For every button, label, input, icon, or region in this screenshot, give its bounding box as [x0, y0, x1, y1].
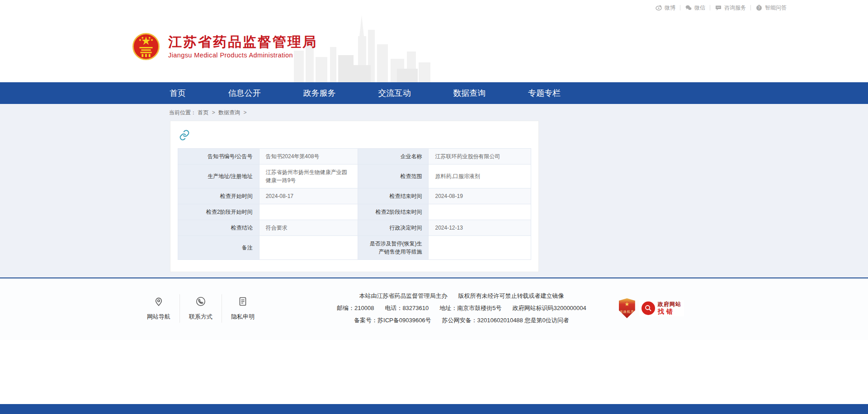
main-nav: 首页 信息公开 政务服务 交流互动 数据查询 专题专栏: [0, 82, 868, 104]
svg-text:?: ?: [758, 6, 760, 10]
phone-number: 电话：83273610: [385, 304, 429, 312]
field-value: [259, 236, 358, 260]
host-statement: 本站由江苏省药品监督管理局主办: [359, 292, 447, 300]
inspection-detail-table: 告知书编号/公告号 告知书2024年第408号 企业名称 江苏联环药业股份有限公…: [178, 148, 531, 260]
footer-links: 网站导航 联系方式 隐私申明: [138, 294, 264, 323]
field-value: 符合要求: [259, 220, 358, 236]
site-map-link[interactable]: 网站导航: [138, 294, 179, 323]
consult-service-link[interactable]: 咨询服务: [715, 4, 746, 12]
breadcrumb-data-query-link[interactable]: 数据查询: [218, 109, 240, 116]
nav-list: 首页 信息公开 政务服务 交流互动 数据查询 专题专栏: [165, 82, 565, 104]
field-value: 2024-12-13: [429, 220, 531, 236]
site-subtitle: Jiangsu Medical Products Administration: [168, 52, 317, 59]
icp-number: 备案号：苏ICP备09039606号: [354, 316, 431, 325]
breadcrumb-prefix: 当前位置：: [169, 109, 196, 116]
field-label: 告知书编号/公告号: [178, 149, 259, 165]
field-value: [429, 236, 531, 260]
field-value: [259, 204, 358, 220]
footer-text: 本站由江苏省药品监督管理局主办 版权所有未经许可禁止转载或者建立镜像 邮编：21…: [331, 292, 592, 325]
table-row: 检查开始时间 2024-08-17 检查结束时间 2024-08-19: [178, 188, 531, 204]
site-header: 江苏省药品监督管理局 Jiangsu Medical Products Admi…: [0, 15, 868, 82]
smart-qa-link[interactable]: ? 智能问答: [755, 4, 787, 12]
weibo-link[interactable]: 微博: [655, 4, 675, 12]
page: 微博 微信 咨询服务 ? 智能问答: [0, 0, 868, 414]
site-map-label: 网站导航: [147, 313, 170, 321]
wechat-link[interactable]: 微信: [685, 4, 705, 12]
field-label: 检查结论: [178, 220, 259, 236]
field-label: 企业名称: [358, 149, 429, 165]
footer-line-1: 本站由江苏省药品监督管理局主办 版权所有未经许可禁止转载或者建立镜像: [331, 292, 592, 300]
consult-service-label: 咨询服务: [724, 4, 746, 12]
robot-qa-icon: ?: [755, 4, 763, 11]
brand-text: 江苏省药品监督管理局 Jiangsu Medical Products Admi…: [168, 34, 317, 59]
footer: 网站导航 联系方式 隐私申明 本站由江苏省药品监督管理局主办: [0, 278, 868, 340]
national-emblem-logo: [132, 33, 160, 61]
bottom-whitespace: [0, 340, 868, 404]
footer-line-3: 备案号：苏ICP备09039606号 苏公网安备：32010602010488 …: [331, 316, 592, 325]
gov-site-error-line1: 政府网站: [658, 301, 681, 308]
nav-item-special-topics[interactable]: 专题专栏: [524, 82, 565, 104]
magnifier-icon: [642, 301, 655, 315]
field-value: 江苏联环药业股份有限公司: [429, 149, 531, 165]
table-row: 检查结论 符合要求 行政决定时间 2024-12-13: [178, 220, 531, 236]
content-section: 当前位置： 首页 > 数据查询 > 告知书编号/公告号: [0, 104, 868, 278]
phone-icon: [195, 296, 206, 308]
wechat-label: 微信: [694, 4, 705, 12]
breadcrumb-home-link[interactable]: 首页: [198, 109, 208, 116]
nav-item-data-query[interactable]: 数据查询: [448, 82, 490, 104]
table-row: 检查2阶段开始时间 检查2阶段结束时间: [178, 204, 531, 220]
weibo-label: 微博: [665, 4, 675, 12]
nav-item-info-disclosure[interactable]: 信息公开: [224, 82, 265, 104]
footer-badges: ★ 党政机关 政府网站 找错: [619, 298, 684, 318]
field-label: 是否涉及暂停(恢复)生产销售使用等措施: [358, 236, 429, 260]
field-value: 原料药,口服溶液剂: [429, 165, 531, 188]
field-value: 告知书2024年第408号: [259, 149, 358, 165]
field-value: 2024-08-19: [429, 188, 531, 204]
field-label: 生产地址/注册地址: [178, 165, 259, 188]
smart-qa-label: 智能问答: [765, 4, 787, 12]
topbar-separator: [680, 5, 680, 10]
party-gov-badge-label: 党政机关: [620, 310, 634, 314]
privacy-link[interactable]: 隐私申明: [222, 294, 264, 323]
field-label: 行政决定时间: [358, 220, 429, 236]
bottom-bar: [0, 404, 868, 414]
gov-site-error-text: 政府网站 找错: [658, 301, 681, 315]
field-label: 检查开始时间: [178, 188, 259, 204]
star-icon: ★: [624, 301, 629, 307]
topbar-separator: [750, 5, 751, 10]
table-row: 生产地址/注册地址 江苏省扬州市扬州生物健康产业园健康一路9号 检查范围 原料药…: [178, 165, 531, 188]
nav-item-gov-services[interactable]: 政务服务: [299, 82, 340, 104]
contact-link[interactable]: 联系方式: [179, 294, 222, 323]
public-security-number: 苏公网安备：32010602010488 您是第0位访问者: [442, 316, 569, 325]
breadcrumb: 当前位置： 首页 > 数据查询 >: [163, 104, 705, 121]
field-label: 备注: [178, 236, 259, 260]
gov-site-error-line2: 找错: [658, 308, 681, 315]
contact-label: 联系方式: [189, 313, 212, 321]
nav-item-home[interactable]: 首页: [165, 82, 190, 104]
gov-site-id: 政府网站标识码3200000004: [512, 304, 586, 312]
gov-site-error-badge[interactable]: 政府网站 找错: [639, 300, 684, 316]
field-label: 检查2阶段开始时间: [178, 204, 259, 220]
breadcrumb-separator: >: [243, 109, 246, 116]
field-label: 检查2阶段结束时间: [358, 204, 429, 220]
field-label: 检查范围: [358, 165, 429, 188]
weibo-icon: [655, 4, 662, 11]
link-icon: [179, 129, 531, 143]
privacy-label: 隐私申明: [231, 313, 255, 321]
brand: 江苏省药品监督管理局 Jiangsu Medical Products Admi…: [132, 33, 317, 61]
chat-bubble-icon: [715, 4, 722, 11]
wechat-icon: [685, 4, 692, 11]
field-value: [429, 204, 531, 220]
topbar: 微博 微信 咨询服务 ? 智能问答: [0, 0, 868, 15]
nav-item-interaction[interactable]: 交流互动: [373, 82, 415, 104]
party-gov-badge[interactable]: ★ 党政机关: [619, 298, 635, 318]
copyright-statement: 版权所有未经许可禁止转载或者建立镜像: [458, 292, 564, 300]
site-title: 江苏省药品监督管理局: [168, 34, 317, 50]
topbar-separator: [710, 5, 710, 10]
field-value: 江苏省扬州市扬州生物健康产业园健康一路9号: [259, 165, 358, 188]
address: 地址：南京市鼓楼街5号: [439, 304, 501, 312]
document-icon: [237, 296, 248, 308]
table-row: 备注 是否涉及暂停(恢复)生产销售使用等措施: [178, 236, 531, 260]
inspection-detail-card: 告知书编号/公告号 告知书2024年第408号 企业名称 江苏联环药业股份有限公…: [170, 121, 539, 272]
table-row: 告知书编号/公告号 告知书2024年第408号 企业名称 江苏联环药业股份有限公…: [178, 149, 531, 165]
